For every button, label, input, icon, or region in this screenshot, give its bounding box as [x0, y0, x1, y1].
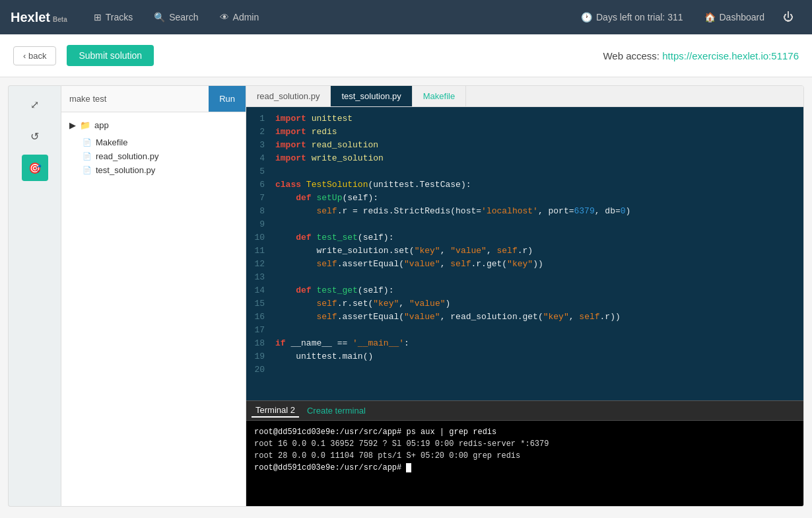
- tab-makefile[interactable]: Makefile: [413, 86, 466, 106]
- grid-icon: ⊞: [94, 12, 102, 22]
- code-line-4: 4 import write_solution: [246, 152, 803, 165]
- ide-inner: make test Run ▶ 📁 app 📄 Makefile: [61, 86, 803, 506]
- folder-icon: 📁: [80, 120, 90, 130]
- code-line-5: 5: [246, 165, 803, 178]
- test-bar: make test Run: [61, 86, 246, 112]
- code-line-2: 2 import redis: [246, 126, 803, 139]
- file-icon-3: 📄: [83, 166, 92, 174]
- trial-label: Days left on trial: 311: [596, 12, 683, 22]
- clock-icon: 🕐: [581, 12, 592, 22]
- home-icon: 🏠: [704, 12, 716, 22]
- admin-label: Admin: [233, 12, 259, 22]
- code-line-12: 12 self.assertEqual("value", self.r.get(…: [246, 258, 803, 271]
- tab-read-solution[interactable]: read_solution.py: [246, 86, 331, 106]
- back-label: ‹ back: [23, 51, 46, 61]
- ide-container: ⤢ ↺ 🎯 make test Run ▶ 📁 app: [0, 77, 812, 515]
- editor-panel: make test Run ▶ 📁 app 📄 Makefile: [61, 85, 804, 507]
- code-editor[interactable]: 1 import unittest 2 import redis 3 impor…: [246, 107, 803, 400]
- web-access-url[interactable]: https://exercise.hexlet.io:51176: [662, 50, 799, 61]
- run-button[interactable]: Run: [209, 86, 246, 112]
- code-line-9: 9: [246, 218, 803, 231]
- submit-label: Submit solution: [79, 50, 142, 61]
- code-line-7: 7 def setUp(self):: [246, 192, 803, 205]
- make-test-label: make test: [61, 94, 209, 104]
- nav-dashboard[interactable]: 🏠 Dashboard: [694, 0, 776, 34]
- code-line-1: 1 import unittest: [246, 112, 803, 126]
- code-line-13: 13: [246, 271, 803, 284]
- terminal-line-2: root 16 0.0 0.1 36952 7592 ? Sl 05:19 0:…: [254, 438, 795, 450]
- file-makefile[interactable]: 📄 Makefile: [83, 135, 238, 149]
- expand-button[interactable]: ⤢: [22, 91, 48, 118]
- nav-search[interactable]: 🔍 Search: [143, 0, 209, 34]
- code-line-11: 11 write_solution.set("key", "value", se…: [246, 244, 803, 258]
- tab-label-2: test_solution.py: [341, 91, 401, 101]
- tab-test-solution[interactable]: test_solution.py: [331, 86, 412, 106]
- create-terminal-button[interactable]: Create terminal: [307, 406, 366, 416]
- code-line-20: 20: [246, 363, 803, 377]
- code-line-10: 10 def test_set(self):: [246, 231, 803, 244]
- folder-contents: 📄 Makefile 📄 read_solution.py 📄 test_sol…: [83, 135, 238, 177]
- file-name-read-solution: read_solution.py: [96, 151, 158, 161]
- create-terminal-label: Create terminal: [307, 406, 366, 416]
- file-read-solution[interactable]: 📄 read_solution.py: [83, 149, 238, 163]
- nav-admin[interactable]: 👁 Admin: [209, 0, 270, 34]
- file-tree: ▶ 📁 app 📄 Makefile 📄 read_solution.py: [61, 112, 246, 506]
- tab-label-1: read_solution.py: [257, 91, 320, 101]
- code-line-19: 19 unittest.main(): [246, 350, 803, 363]
- folder-app[interactable]: ▶ 📁 app: [69, 120, 238, 130]
- terminal-line-1: root@dd591cd03e9e:/usr/src/app# ps aux |…: [254, 426, 795, 438]
- trial-info: 🕐 Days left on trial: 311: [570, 12, 694, 22]
- editor-tabs: read_solution.py test_solution.py Makefi…: [246, 86, 803, 107]
- terminal-tab-2[interactable]: Terminal 2: [252, 404, 299, 418]
- chevron-right-icon: ▶: [69, 120, 76, 130]
- sidebar: ⤢ ↺ 🎯: [8, 85, 61, 507]
- file-panel: make test Run ▶ 📁 app 📄 Makefile: [61, 86, 246, 506]
- file-icon-2: 📄: [83, 152, 92, 161]
- edit-area: read_solution.py test_solution.py Makefi…: [246, 86, 803, 506]
- terminal-cursor: [406, 463, 411, 472]
- target-button[interactable]: 🎯: [22, 155, 48, 181]
- tracks-label: Tracks: [106, 12, 133, 22]
- brand-name: Hexlet: [11, 10, 50, 25]
- code-line-3: 3 import read_solution: [246, 139, 803, 152]
- file-name-test-solution: test_solution.py: [96, 165, 155, 175]
- search-label: Search: [169, 12, 198, 22]
- web-access-label: Web access:: [603, 50, 660, 61]
- nav-tracks[interactable]: ⊞ Tracks: [83, 0, 143, 34]
- code-line-15: 15 self.r.set("key", "value"): [246, 297, 803, 311]
- code-line-17: 17: [246, 324, 803, 337]
- terminal-tabs: Terminal 2 Create terminal: [246, 401, 803, 421]
- navbar-right: 🕐 Days left on trial: 311 🏠 Dashboard ⏻: [570, 0, 801, 34]
- beta-label: Beta: [53, 16, 67, 23]
- terminal-body[interactable]: root@dd591cd03e9e:/usr/src/app# ps aux |…: [246, 421, 803, 506]
- terminal-area: Terminal 2 Create terminal root@dd591cd0…: [246, 400, 803, 506]
- folder-name: app: [94, 120, 109, 130]
- refresh-button[interactable]: ↺: [22, 123, 48, 149]
- terminal-line-4: root@dd591cd03e9e:/usr/src/app#: [254, 462, 795, 474]
- code-line-18: 18 if __name__ == '__main__':: [246, 337, 803, 350]
- code-line-8: 8 self.r = redis.StrictRedis(host='local…: [246, 205, 803, 218]
- terminal-tab-label: Terminal 2: [255, 405, 295, 415]
- action-bar: ‹ back Submit solution Web access: https…: [0, 34, 812, 77]
- code-line-14: 14 def test_get(self):: [246, 284, 803, 297]
- brand: Hexlet Beta: [11, 10, 67, 25]
- eye-icon: 👁: [220, 12, 229, 22]
- file-test-solution[interactable]: 📄 test_solution.py: [83, 163, 238, 177]
- search-icon: 🔍: [154, 12, 165, 22]
- tab-label-3: Makefile: [423, 91, 455, 101]
- code-line-16: 16 self.assertEqual("value", read_soluti…: [246, 311, 803, 324]
- terminal-line-3: root 28 0.0 0.0 11104 708 pts/1 S+ 05:20…: [254, 450, 795, 462]
- power-button[interactable]: ⏻: [775, 0, 801, 34]
- file-name-makefile: Makefile: [96, 137, 127, 147]
- back-button[interactable]: ‹ back: [13, 46, 56, 65]
- submit-button[interactable]: Submit solution: [67, 45, 154, 66]
- navbar: Hexlet Beta ⊞ Tracks 🔍 Search 👁 Admin 🕐 …: [0, 0, 812, 34]
- code-line-6: 6 class TestSolution(unittest.TestCase):: [246, 178, 803, 192]
- file-icon-1: 📄: [83, 138, 92, 147]
- web-access: Web access: https://exercise.hexlet.io:5…: [603, 50, 799, 61]
- dashboard-label: Dashboard: [720, 12, 765, 22]
